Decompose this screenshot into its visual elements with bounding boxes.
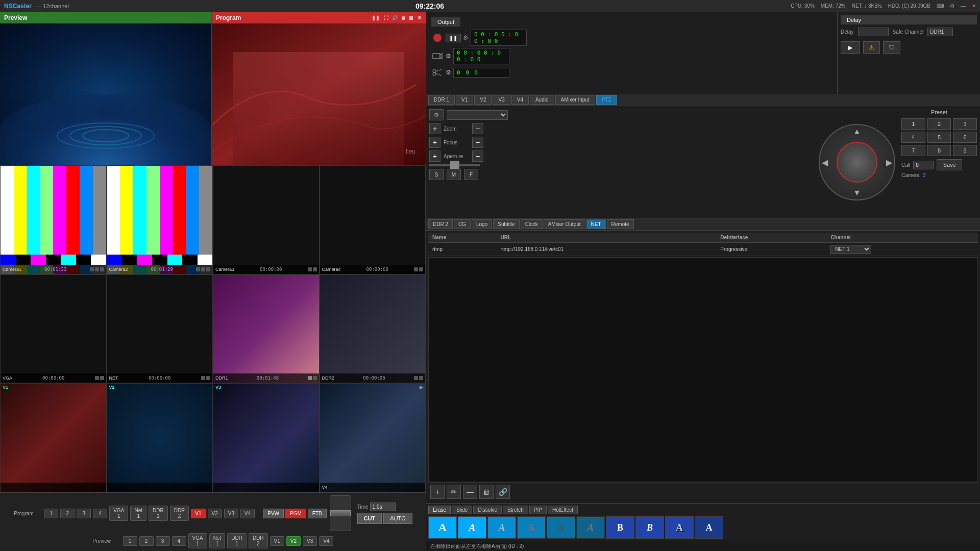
gear-icon-1[interactable]: ⚙: [463, 34, 469, 41]
time-input[interactable]: [370, 503, 396, 511]
btab-net[interactable]: NET: [586, 219, 606, 229]
ttab-erase[interactable]: Erase: [428, 506, 451, 514]
preset-4[interactable]: 4: [901, 132, 925, 143]
ttab-dissolve[interactable]: Dissolve: [473, 506, 502, 514]
preset-3[interactable]: 3: [953, 118, 977, 130]
thumb-ddr2[interactable]: DDR2 00:00:06: [320, 274, 426, 384]
thumb-camera2[interactable]: Camera2 00:01:29: [107, 165, 213, 274]
btab-remote[interactable]: Remote: [607, 219, 634, 229]
tab-amixer-input[interactable]: AMixer Input: [555, 95, 595, 105]
preset-5[interactable]: 5: [927, 132, 951, 143]
trans-effect-7[interactable]: B: [606, 516, 634, 539]
prog-btn-2[interactable]: 2: [60, 509, 75, 518]
aperture-plus-btn[interactable]: +: [429, 151, 440, 162]
cut-button[interactable]: CUT: [357, 513, 382, 524]
thumb-v4[interactable]: ▶ V4: [320, 383, 426, 492]
tab-v3[interactable]: V3: [493, 95, 510, 105]
pvw-button[interactable]: PVW: [263, 509, 284, 518]
trans-effect-5[interactable]: A: [547, 516, 575, 539]
gear-icon-3[interactable]: ⚙: [446, 69, 451, 76]
prog-btn-v4[interactable]: V4: [240, 509, 255, 518]
delay-warn-btn[interactable]: ⚠: [863, 41, 880, 54]
ttab-stretch[interactable]: Stretch: [503, 506, 528, 514]
tab-ptz[interactable]: PTZ: [596, 95, 617, 105]
trans-effect-1[interactable]: A: [428, 516, 457, 539]
tab-v4[interactable]: V4: [511, 95, 529, 105]
delay-play-btn[interactable]: ▶: [841, 41, 860, 54]
prev-btn-2[interactable]: 2: [139, 536, 154, 546]
prog-btn-v2[interactable]: V2: [208, 509, 222, 518]
prog-btn-v3[interactable]: V3: [224, 509, 238, 518]
pause-btn-1[interactable]: ❚❚: [446, 34, 461, 42]
pgm-button[interactable]: PGM: [285, 509, 306, 518]
s-btn[interactable]: S: [429, 169, 444, 180]
preset-2[interactable]: 2: [927, 118, 951, 130]
trans-effect-8[interactable]: B: [635, 516, 664, 539]
ttab-pip[interactable]: PIP: [529, 506, 547, 514]
trans-effect-6[interactable]: A: [576, 516, 605, 539]
settings-icon[interactable]: ⚙: [950, 3, 954, 9]
thumb-v1[interactable]: V1 V1: [0, 383, 107, 492]
prev-btn-v4[interactable]: V4: [319, 536, 333, 546]
prev-btn-v1[interactable]: V1: [270, 536, 284, 546]
close-icon[interactable]: ✕: [972, 3, 976, 9]
tbar-body[interactable]: [330, 495, 351, 531]
prog-btn-4[interactable]: 4: [93, 509, 107, 518]
net-remove-btn[interactable]: —: [463, 485, 477, 499]
call-input[interactable]: [913, 161, 934, 169]
net-link-btn[interactable]: 🔗: [496, 485, 510, 499]
output-tab[interactable]: Output: [431, 17, 460, 27]
prog-btn-v1[interactable]: V1: [191, 509, 205, 518]
tab-v2[interactable]: V2: [474, 95, 492, 105]
save-button[interactable]: Save: [937, 159, 962, 170]
btab-clock[interactable]: Clock: [521, 219, 543, 229]
preset-9[interactable]: 9: [953, 145, 977, 156]
thumb-v2[interactable]: V2 V2: [107, 383, 213, 492]
thumb-net[interactable]: NET 00:00:00: [107, 274, 213, 384]
trans-effect-3[interactable]: A: [487, 516, 516, 539]
btab-subtitle[interactable]: Subtitle: [493, 219, 519, 229]
prev-btn-v2[interactable]: V2: [286, 536, 301, 546]
prev-btn-vga1[interactable]: VGA1: [188, 533, 207, 548]
btab-amixer-output[interactable]: AMixer Output: [544, 219, 585, 229]
zoom-plus-btn[interactable]: +: [429, 123, 440, 134]
ftb-button[interactable]: FTB: [308, 509, 327, 518]
prev-btn-net1[interactable]: Net1: [209, 533, 226, 548]
prev-btn-4[interactable]: 4: [172, 536, 186, 546]
prog-btn-ddr1[interactable]: DDR1: [149, 506, 168, 521]
delay-input[interactable]: [858, 28, 889, 36]
ptz-dropdown[interactable]: [447, 110, 508, 120]
thumb-camera3[interactable]: Camera3 00:00:00: [213, 165, 320, 274]
gear-icon-2[interactable]: ⚙: [446, 53, 451, 60]
net-channel-select[interactable]: NET 1 NET 2: [830, 245, 871, 254]
prog-btn-3[interactable]: 3: [77, 509, 91, 518]
prev-btn-ddr2[interactable]: DDR2: [249, 533, 268, 548]
trans-effect-9[interactable]: A: [665, 516, 694, 539]
prog-btn-net1[interactable]: Net1: [130, 506, 146, 521]
delay-tab[interactable]: Delay: [841, 15, 977, 24]
trans-effect-4[interactable]: A: [517, 516, 546, 539]
m-btn[interactable]: M: [447, 169, 461, 180]
trans-effect-2[interactable]: A: [458, 516, 486, 539]
net-add-btn[interactable]: +: [430, 485, 445, 499]
ptz-speed-slider[interactable]: [429, 164, 480, 166]
auto-button[interactable]: AUTO: [383, 513, 412, 524]
focus-plus-btn[interactable]: +: [429, 137, 440, 148]
net-delete-btn[interactable]: 🗑: [479, 485, 494, 499]
net-row-rtmp[interactable]: rtmp rtmp://192.168.0.11/live/c01 Progre…: [428, 243, 978, 256]
btab-ddr2[interactable]: DDR 2: [428, 219, 453, 229]
prev-btn-ddr1[interactable]: DDR1: [227, 533, 247, 548]
thumb-vga[interactable]: VGA 00:00:00: [0, 274, 107, 384]
ttab-hoteffect[interactable]: HotEffect: [548, 506, 578, 514]
thumb-v3[interactable]: V3 V3: [213, 383, 320, 492]
prog-btn-ddr2[interactable]: DDR2: [170, 506, 189, 521]
minimize-icon[interactable]: —: [961, 3, 966, 9]
ttab-slide[interactable]: Slide: [452, 506, 472, 514]
prog-btn-1[interactable]: 1: [44, 509, 58, 518]
tab-v1[interactable]: V1: [456, 95, 473, 105]
prev-btn-1[interactable]: 1: [123, 536, 137, 546]
preset-8[interactable]: 8: [927, 145, 951, 156]
tbar-knob[interactable]: [330, 510, 351, 516]
prev-btn-v3[interactable]: V3: [303, 536, 317, 546]
preset-1[interactable]: 1: [901, 118, 925, 130]
